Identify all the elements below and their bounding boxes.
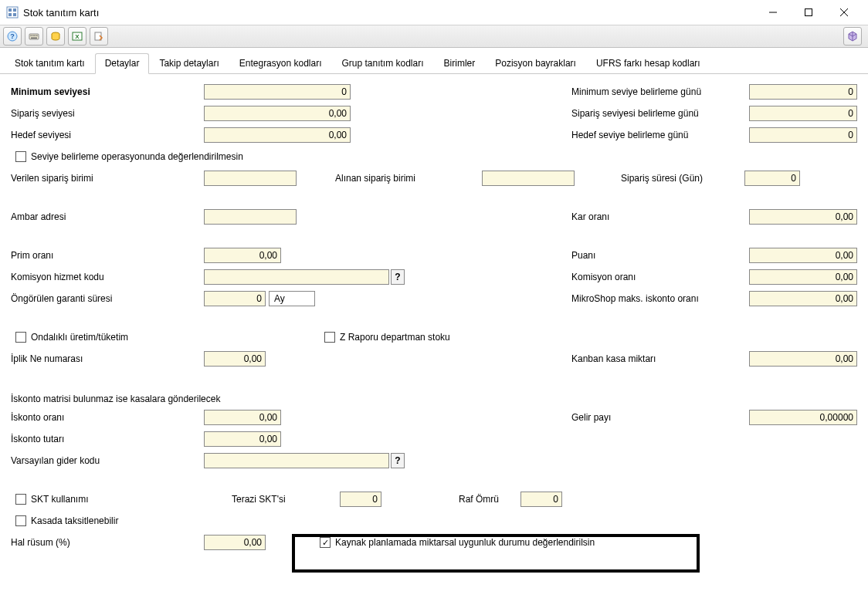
input-raf-omru[interactable]: 0 bbox=[520, 492, 562, 507]
app-icon bbox=[6, 6, 19, 19]
input-siparis-seviyesi[interactable]: 0,00 bbox=[204, 106, 351, 121]
label-kanban-kasa: Kanban kasa miktarı bbox=[571, 353, 749, 364]
label-hedef-seviyesi: Hedef seviyesi bbox=[11, 130, 204, 140]
tab-birimler[interactable]: Birimler bbox=[434, 53, 486, 74]
svg-rect-12 bbox=[31, 35, 32, 37]
tab-ufrs-farki[interactable]: UFRS farkı hesap kodları bbox=[586, 53, 710, 74]
tab-detaylar[interactable]: Detaylar bbox=[95, 53, 150, 74]
tab-pozisyon-bayraklari[interactable]: Pozisyon bayrakları bbox=[485, 53, 586, 74]
input-siparis-seviye-gunu[interactable]: 0 bbox=[749, 106, 857, 121]
lookup-varsayilan-gider[interactable]: ? bbox=[391, 453, 405, 468]
input-gelir-payi[interactable]: 0,00000 bbox=[749, 410, 857, 425]
label-terazi-skt: Terazi SKT'si bbox=[232, 494, 340, 505]
checkbox-box bbox=[15, 151, 26, 162]
label-alinan-siparis-birimi: Alınan sipariş birimi bbox=[335, 173, 482, 184]
input-siparis-suresi[interactable]: 0 bbox=[744, 171, 800, 186]
input-hedef-seviye-gunu[interactable]: 0 bbox=[749, 127, 857, 143]
checkbox-seviye-belirleme-op[interactable]: Seviye belirleme operasyonunda değerlend… bbox=[15, 151, 243, 162]
excel-icon[interactable]: X bbox=[68, 27, 86, 46]
input-iskonto-orani[interactable]: 0,00 bbox=[204, 410, 281, 425]
input-terazi-skt[interactable]: 0 bbox=[340, 492, 381, 507]
label-hal-rusum: Hal rüsum (%) bbox=[11, 537, 204, 548]
checkbox-label: Kaynak planlamada miktarsal uygunluk dur… bbox=[335, 537, 595, 548]
label-hedef-seviye-gunu: Hedef seviye belirleme günü bbox=[571, 130, 749, 140]
label-komisyon-hizmet-kodu: Komisyon hizmet kodu bbox=[11, 272, 204, 282]
label-min-seviye-gunu: Minimum seviye belirleme günü bbox=[571, 86, 749, 97]
checkbox-box bbox=[324, 332, 335, 343]
tabbar: Stok tanıtım kartı Detaylar Takip detayl… bbox=[0, 48, 868, 74]
checkbox-z-raporu[interactable]: Z Raporu departman stoku bbox=[324, 332, 450, 343]
label-kar-orani: Kar oranı bbox=[571, 211, 749, 222]
input-iplik-ne[interactable]: 0,00 bbox=[204, 351, 266, 367]
lookup-komisyon-hizmet-kodu[interactable]: ? bbox=[391, 269, 405, 285]
input-kanban-kasa[interactable]: 0,00 bbox=[749, 351, 857, 367]
checkbox-box bbox=[15, 332, 26, 343]
input-kar-orani[interactable]: 0,00 bbox=[749, 209, 857, 225]
svg-rect-14 bbox=[35, 35, 36, 37]
checkbox-ondalikli-uretim[interactable]: Ondalıklı üretim/tüketim bbox=[15, 332, 324, 343]
label-gelir-payi: Gelir payı bbox=[571, 412, 749, 423]
svg-rect-16 bbox=[31, 38, 37, 39]
input-komisyon-orani[interactable]: 0,00 bbox=[749, 269, 857, 285]
database-icon[interactable] bbox=[46, 27, 65, 46]
input-hedef-seviyesi[interactable]: 0,00 bbox=[204, 127, 351, 143]
input-mikroshop-iskonto[interactable]: 0,00 bbox=[749, 291, 857, 306]
checkbox-label: Ondalıklı üretim/tüketim bbox=[31, 332, 128, 343]
label-ongorulen-garanti: Öngörülen garanti süresi bbox=[11, 293, 204, 304]
help-icon[interactable]: ? bbox=[3, 27, 22, 46]
maximize-button[interactable] bbox=[791, 0, 826, 25]
checkbox-box bbox=[15, 515, 26, 526]
label-minimum-seviyesi: Minimum seviyesi bbox=[11, 86, 204, 97]
label-komisyon-orani: Komisyon oranı bbox=[571, 272, 749, 282]
tab-takip-detaylari[interactable]: Takip detayları bbox=[149, 53, 229, 74]
svg-text:?: ? bbox=[10, 32, 15, 40]
svg-rect-3 bbox=[8, 13, 12, 16]
checkbox-box bbox=[15, 494, 26, 505]
input-prim-orani[interactable]: 0,00 bbox=[204, 248, 281, 263]
label-iskonto-tutari: İskonto tutarı bbox=[11, 434, 204, 444]
input-puani[interactable]: 0,00 bbox=[749, 248, 857, 263]
tab-grup-tanitim-kodlari[interactable]: Grup tanıtım kodları bbox=[332, 53, 434, 74]
label-iskonto-orani: İskonto oranı bbox=[11, 412, 204, 423]
checkbox-kaynak-planlama[interactable]: Kaynak planlamada miktarsal uygunluk dur… bbox=[320, 537, 595, 548]
checkbox-label: Z Raporu departman stoku bbox=[340, 332, 450, 343]
export-icon[interactable] bbox=[90, 27, 108, 46]
svg-rect-6 bbox=[805, 9, 812, 16]
label-prim-orani: Prim oranı bbox=[11, 250, 204, 261]
checkbox-kasada-taksit[interactable]: Kasada taksitlenebilir bbox=[15, 515, 118, 526]
input-alinan-siparis-birimi[interactable] bbox=[482, 171, 575, 186]
label-siparis-seviye-gunu: Sipariş seviyesi belirleme günü bbox=[571, 108, 749, 119]
label-mikroshop-iskonto: MikroShop maks. iskonto oranı bbox=[571, 293, 749, 304]
svg-rect-15 bbox=[36, 35, 38, 37]
label-siparis-seviyesi: Sipariş seviyesi bbox=[11, 108, 204, 119]
checkbox-box bbox=[320, 537, 331, 548]
unit-ay[interactable]: Ay bbox=[269, 291, 315, 306]
label-verilen-siparis-birimi: Verilen sipariş birimi bbox=[11, 173, 204, 184]
toolbar: ? X bbox=[0, 25, 868, 48]
input-minimum-seviyesi[interactable]: 0 bbox=[204, 84, 351, 100]
input-hal-rusum[interactable]: 0,00 bbox=[204, 535, 266, 550]
input-ongorulen-garanti[interactable]: 0 bbox=[204, 291, 266, 306]
svg-rect-13 bbox=[32, 35, 34, 37]
checkbox-label: SKT kullanımı bbox=[31, 494, 88, 505]
input-min-seviye-gunu[interactable]: 0 bbox=[749, 84, 857, 100]
input-komisyon-hizmet-kodu[interactable] bbox=[204, 269, 389, 285]
input-ambar-adresi[interactable] bbox=[204, 209, 297, 225]
minimize-button[interactable] bbox=[755, 0, 791, 25]
tab-entegrasyon-kodlari[interactable]: Entegrasyon kodları bbox=[229, 53, 332, 74]
label-iplik-ne: İplik Ne numarası bbox=[11, 353, 204, 364]
input-verilen-siparis-birimi[interactable] bbox=[204, 171, 297, 186]
window-title: Stok tanıtım kartı bbox=[23, 7, 99, 19]
svg-rect-2 bbox=[13, 8, 16, 12]
input-iskonto-tutari[interactable]: 0,00 bbox=[204, 431, 281, 447]
checkbox-skt-kullanimi[interactable]: SKT kullanımı bbox=[15, 494, 232, 505]
cube-icon[interactable] bbox=[843, 27, 862, 46]
keyboard-icon[interactable] bbox=[25, 27, 43, 46]
close-button[interactable] bbox=[826, 0, 862, 25]
label-raf-omru: Raf Ömrü bbox=[459, 494, 520, 505]
label-puani: Puanı bbox=[571, 250, 749, 261]
label-varsayilan-gider: Varsayılan gider kodu bbox=[11, 455, 204, 466]
tab-stok-tanitim-karti[interactable]: Stok tanıtım kartı bbox=[5, 53, 95, 74]
input-varsayilan-gider[interactable] bbox=[204, 453, 389, 468]
svg-text:X: X bbox=[75, 33, 80, 40]
